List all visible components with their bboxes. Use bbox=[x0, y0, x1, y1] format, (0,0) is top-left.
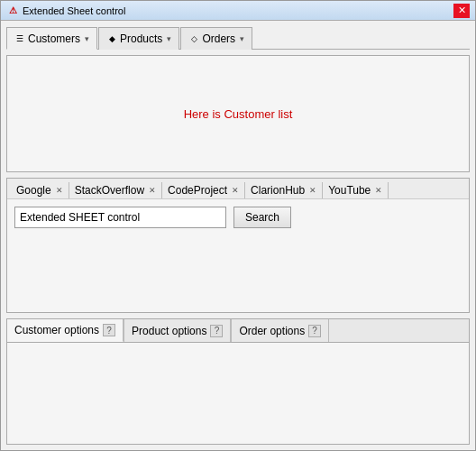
search-input[interactable] bbox=[14, 207, 226, 228]
top-tab-strip: ☰ Customers ▾ ◆ Products ▾ ◇ Orders ▾ bbox=[6, 26, 470, 50]
browser-tab-strip: Google ✕ StackOverflow ✕ CodeProject ✕ C… bbox=[7, 179, 469, 199]
browser-tab-clarionhub-close[interactable]: ✕ bbox=[309, 186, 316, 195]
customers-icon: ☰ bbox=[14, 33, 25, 44]
options-tab-order[interactable]: Order options ? bbox=[232, 319, 329, 342]
browser-content: Search bbox=[7, 199, 469, 312]
browser-tab-google[interactable]: Google ✕ bbox=[11, 182, 69, 198]
title-bar: ⚠ Extended Sheet control ✕ bbox=[1, 1, 475, 21]
orders-icon: ◇ bbox=[188, 33, 199, 44]
browser-tab-youtube-close[interactable]: ✕ bbox=[375, 186, 382, 195]
browser-tab-clarionhub-label: ClarionHub bbox=[251, 184, 305, 197]
options-tab-customer[interactable]: Customer options ? bbox=[7, 319, 124, 342]
browser-tab-clarionhub[interactable]: ClarionHub ✕ bbox=[245, 182, 323, 198]
customer-list-panel: Here is Customer list bbox=[6, 55, 470, 172]
main-window: ⚠ Extended Sheet control ✕ ☰ Customers ▾… bbox=[0, 0, 476, 451]
browser-tab-google-close[interactable]: ✕ bbox=[56, 186, 63, 195]
window-title: Extended Sheet control bbox=[23, 5, 453, 16]
product-help-icon[interactable]: ? bbox=[210, 325, 223, 337]
window-icon: ⚠ bbox=[6, 5, 19, 17]
customers-dropdown-icon[interactable]: ▾ bbox=[85, 34, 89, 43]
search-button[interactable]: Search bbox=[233, 207, 291, 228]
browser-tab-youtube-label: YouTube bbox=[328, 184, 371, 197]
options-content bbox=[7, 343, 469, 444]
products-icon: ◆ bbox=[106, 33, 117, 44]
browser-tab-codeproject[interactable]: CodeProject ✕ bbox=[162, 182, 245, 198]
tab-products-label: Products bbox=[120, 32, 162, 45]
tab-products[interactable]: ◆ Products ▾ bbox=[98, 27, 179, 50]
orders-dropdown-icon[interactable]: ▾ bbox=[240, 34, 244, 43]
browser-tab-youtube[interactable]: YouTube ✕ bbox=[323, 182, 389, 198]
options-tab-strip: Customer options ? Product options ? Ord… bbox=[7, 319, 469, 343]
close-button[interactable]: ✕ bbox=[453, 4, 470, 18]
customer-list-text: Here is Customer list bbox=[184, 107, 293, 121]
options-panel: Customer options ? Product options ? Ord… bbox=[6, 318, 470, 445]
browser-tab-stackoverflow-close[interactable]: ✕ bbox=[149, 186, 156, 195]
tab-orders-label: Orders bbox=[202, 32, 235, 45]
browser-tab-codeproject-close[interactable]: ✕ bbox=[232, 186, 239, 195]
options-tab-product-label: Product options bbox=[132, 325, 206, 337]
tab-customers[interactable]: ☰ Customers ▾ bbox=[6, 27, 97, 50]
options-tab-customer-label: Customer options bbox=[14, 324, 99, 336]
browser-tabs-panel: Google ✕ StackOverflow ✕ CodeProject ✕ C… bbox=[6, 178, 470, 313]
options-tab-order-label: Order options bbox=[239, 325, 305, 337]
browser-tab-google-label: Google bbox=[16, 184, 51, 197]
tab-customers-label: Customers bbox=[28, 32, 80, 45]
tab-orders[interactable]: ◇ Orders ▾ bbox=[180, 27, 252, 50]
products-dropdown-icon[interactable]: ▾ bbox=[167, 34, 171, 43]
browser-tab-stackoverflow[interactable]: StackOverflow ✕ bbox=[69, 182, 162, 198]
browser-tab-stackoverflow-label: StackOverflow bbox=[75, 184, 144, 197]
browser-tab-codeproject-label: CodeProject bbox=[168, 184, 227, 197]
order-help-icon[interactable]: ? bbox=[308, 325, 321, 337]
options-tab-product[interactable]: Product options ? bbox=[124, 319, 231, 342]
window-body: ☰ Customers ▾ ◆ Products ▾ ◇ Orders ▾ He… bbox=[1, 21, 475, 450]
customer-help-icon[interactable]: ? bbox=[103, 324, 115, 336]
